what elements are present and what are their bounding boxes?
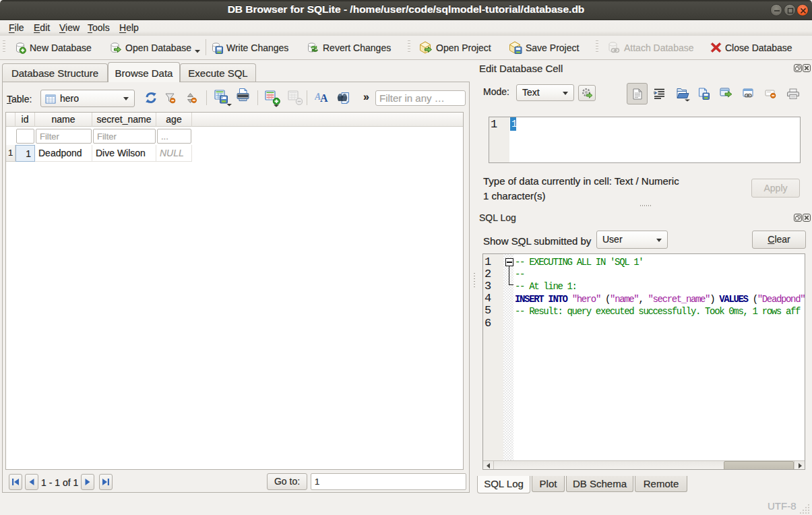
svg-text:A: A — [320, 92, 328, 103]
